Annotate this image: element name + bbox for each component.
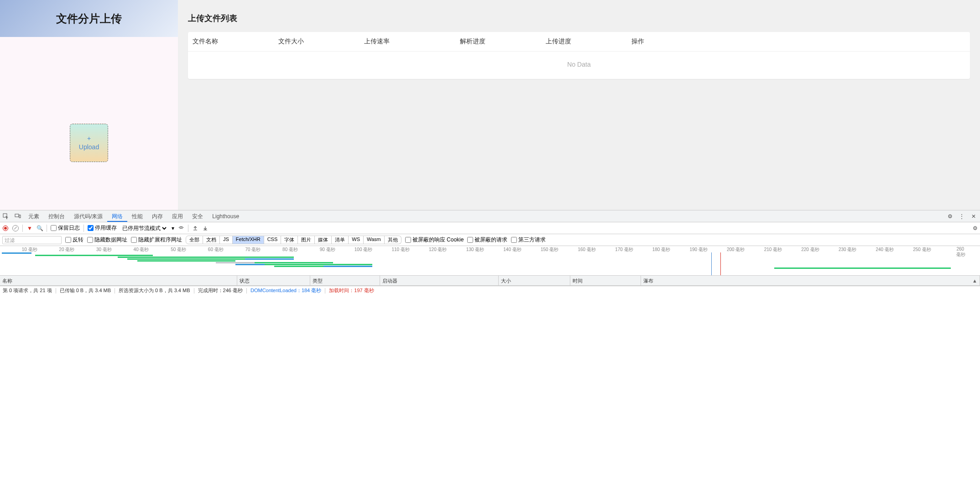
search-icon[interactable]: 🔍 — [36, 225, 43, 231]
request-table: 名称 状态 类型 启动器 大小 时间 瀑布▲ — [0, 276, 980, 286]
status-transferred: 已传输 0 B，共 3.4 MB — [60, 287, 111, 294]
sort-asc-icon: ▲ — [972, 276, 977, 286]
tab-application[interactable]: 应用 — [167, 210, 188, 222]
request-table-header: 名称 状态 类型 启动器 大小 时间 瀑布▲ — [0, 276, 980, 286]
inspect-icon[interactable] — [0, 213, 12, 220]
status-load-label: 加载时间： — [329, 287, 354, 294]
device-icon[interactable] — [12, 213, 24, 220]
overview-waterfall — [0, 252, 980, 275]
hide-data-urls-checkbox[interactable]: 隐藏数据网址 — [87, 236, 127, 244]
tab-lighthouse[interactable]: Lighthouse — [208, 210, 244, 222]
upload-button[interactable]: + Upload — [70, 124, 108, 162]
chip-fetch-xhr[interactable]: Fetch/XHR — [233, 236, 264, 244]
chip-css[interactable]: CSS — [264, 236, 281, 244]
status-finish-value: 246 毫秒 — [223, 287, 243, 294]
col-req-name[interactable]: 名称 — [0, 276, 237, 285]
clear-button[interactable] — [12, 225, 19, 231]
chip-other[interactable]: 其他 — [385, 236, 401, 244]
table-empty: No Data — [188, 52, 970, 79]
close-icon[interactable]: ✕ — [970, 213, 978, 220]
tab-security[interactable]: 安全 — [188, 210, 208, 222]
chip-media[interactable]: 媒体 — [315, 236, 332, 244]
tab-memory[interactable]: 内存 — [147, 210, 167, 222]
upload-label: Upload — [79, 143, 99, 151]
col-req-initiator[interactable]: 启动器 — [380, 276, 499, 285]
network-filterbar: 反转 隐藏数据网址 隐藏扩展程序网址 全部 文档 JS Fetch/XHR CS… — [0, 234, 980, 246]
col-req-waterfall[interactable]: 瀑布▲ — [641, 276, 980, 285]
devtools-tabs: 元素 控制台 源代码/来源 网络 性能 内存 应用 安全 Lighthouse … — [0, 210, 980, 222]
sidebar: 文件分片上传 + Upload — [0, 0, 178, 210]
preserve-log-checkbox[interactable]: 保留日志 — [51, 224, 80, 232]
col-filesize: 文件大小 — [274, 32, 360, 51]
sidebar-body: + Upload — [0, 37, 178, 210]
plus-icon: + — [87, 135, 91, 142]
status-load-value: 197 毫秒 — [354, 287, 374, 294]
col-filename: 文件名称 — [188, 32, 274, 51]
record-button[interactable] — [2, 225, 9, 231]
status-finish-label: 完成用时： — [198, 287, 223, 294]
col-req-size[interactable]: 大小 — [499, 276, 570, 285]
download-har-icon[interactable] — [202, 225, 209, 231]
sidebar-header: 文件分片上传 — [0, 0, 178, 37]
overview-ticks: 10 毫秒 20 毫秒 30 毫秒 40 毫秒 50 毫秒 60 毫秒 70 毫… — [0, 246, 980, 252]
network-toolbar: ▼ 🔍 保留日志 停用缓存 已停用节流模式 ▾ ⚙ — [0, 222, 980, 234]
type-filter-chips: 全部 文档 JS Fetch/XHR CSS 字体 图片 媒体 清单 WS Wa… — [186, 236, 401, 244]
third-party-checkbox[interactable]: 第三方请求 — [511, 236, 546, 244]
chip-doc[interactable]: 文档 — [203, 236, 220, 244]
chip-manifest[interactable]: 清单 — [332, 236, 349, 244]
gear-icon[interactable]: ⚙ — [973, 225, 978, 231]
main-panel: 上传文件列表 文件名称 文件大小 上传速率 解析进度 上传进度 操作 No Da… — [178, 0, 980, 210]
upload-har-icon[interactable] — [192, 225, 198, 231]
tab-sources[interactable]: 源代码/来源 — [69, 210, 107, 222]
file-table: 文件名称 文件大小 上传速率 解析进度 上传进度 操作 No Data — [188, 32, 970, 79]
col-speed: 上传速率 — [360, 32, 455, 51]
table-header: 文件名称 文件大小 上传速率 解析进度 上传进度 操作 — [188, 32, 970, 52]
chip-ws[interactable]: WS — [349, 236, 364, 244]
status-bar: 第 0 项请求，共 21 项 已传输 0 B，共 3.4 MB 所选资源大小为 … — [0, 286, 980, 295]
throttling-select[interactable]: 已停用节流模式 — [120, 225, 168, 232]
svg-rect-2 — [19, 215, 21, 218]
status-dcl-label: DOMContentLoaded： — [250, 287, 302, 294]
blocked-req-checkbox[interactable]: 被屏蔽的请求 — [467, 236, 507, 244]
invert-checkbox[interactable]: 反转 — [65, 236, 83, 244]
wifi-icon[interactable] — [178, 225, 184, 231]
col-req-status[interactable]: 状态 — [237, 276, 310, 285]
page-title: 上传文件列表 — [188, 13, 970, 24]
app-root: 文件分片上传 + Upload 上传文件列表 文件名称 文件大小 上传速率 解析… — [0, 0, 980, 210]
network-overview[interactable]: 10 毫秒 20 毫秒 30 毫秒 40 毫秒 50 毫秒 60 毫秒 70 毫… — [0, 246, 980, 276]
filter-icon[interactable]: ▼ — [26, 225, 33, 231]
gear-icon[interactable]: ⚙ — [946, 213, 954, 220]
tab-elements[interactable]: 元素 — [24, 210, 44, 222]
hide-ext-urls-checkbox[interactable]: 隐藏扩展程序网址 — [131, 236, 182, 244]
tab-console[interactable]: 控制台 — [44, 210, 69, 222]
chip-js[interactable]: JS — [220, 236, 233, 244]
disable-cache-checkbox[interactable]: 停用缓存 — [88, 224, 117, 232]
col-req-type[interactable]: 类型 — [310, 276, 380, 285]
chip-img[interactable]: 图片 — [298, 236, 315, 244]
chevron-down-icon: ▾ — [172, 225, 174, 231]
blocked-cookies-checkbox[interactable]: 被屏蔽的响应 Cookie — [405, 236, 464, 244]
col-req-time[interactable]: 时间 — [570, 276, 641, 285]
status-resources: 所选资源大小为 0 B，共 3.4 MB — [119, 287, 190, 294]
status-dcl-value: 184 毫秒 — [302, 287, 321, 294]
status-requests: 第 0 项请求，共 21 项 — [3, 287, 52, 294]
col-upload: 上传进度 — [541, 32, 627, 51]
chip-all[interactable]: 全部 — [186, 236, 203, 244]
col-parse: 解析进度 — [455, 32, 541, 51]
kebab-icon[interactable]: ⋮ — [958, 213, 966, 220]
chip-wasm[interactable]: Wasm — [364, 236, 385, 244]
chip-font[interactable]: 字体 — [281, 236, 298, 244]
col-action: 操作 — [627, 32, 970, 51]
sidebar-title: 文件分片上传 — [56, 11, 122, 26]
svg-rect-1 — [15, 214, 19, 217]
filter-input[interactable] — [2, 236, 62, 244]
tab-performance[interactable]: 性能 — [127, 210, 147, 222]
devtools: 元素 控制台 源代码/来源 网络 性能 内存 应用 安全 Lighthouse … — [0, 210, 980, 295]
tab-network[interactable]: 网络 — [107, 210, 127, 222]
